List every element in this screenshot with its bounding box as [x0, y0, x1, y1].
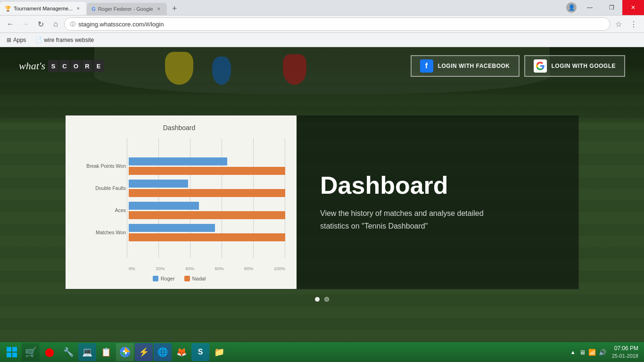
- bar-orange-aces: [129, 211, 285, 219]
- taskbar-sys-icon-3: 🔊: [599, 349, 606, 356]
- taskbar: 🛒 ⬤ 🔧 💻 📋 ⚡ 🌐 🦊 S 📁 ▲ 🖥 📶 🔊 07:06 PM 25-…: [0, 342, 644, 362]
- chart-rows: Break Points Won Double Faults: [73, 138, 285, 264]
- tab-1[interactable]: 🏆 Tournament Manageme... ✕: [0, 2, 86, 15]
- tab1-close[interactable]: ✕: [75, 5, 82, 12]
- svg-rect-1: [12, 347, 17, 352]
- row-label-matches: Matches Won: [73, 230, 126, 235]
- bookmark-star-button[interactable]: ☆: [612, 17, 625, 31]
- x-label-100: 100%: [274, 266, 285, 271]
- bar-blue-aces: [129, 202, 199, 210]
- tabs-bar: 🏆 Tournament Manageme... ✕ G Roger Feder…: [0, 0, 644, 15]
- chart-title: Dashboard: [73, 124, 285, 132]
- carousel-dots: [315, 297, 329, 302]
- wireframes-bookmark[interactable]: 📄 wire frames website: [33, 36, 96, 44]
- apps-bookmark[interactable]: ⊞ Apps: [5, 36, 28, 44]
- taskbar-app-7[interactable]: ⚡: [135, 343, 153, 361]
- legend-nadal-swatch: [184, 276, 190, 281]
- tab1-favicon: 🏆: [5, 6, 11, 12]
- taskbar-app-3[interactable]: 🔧: [59, 343, 77, 361]
- logo-c: C: [59, 60, 70, 72]
- apps-grid-icon: ⊞: [7, 37, 11, 43]
- x-axis-labels: 0% 20% 40% 60% 80% 100%: [73, 266, 285, 271]
- back-button[interactable]: ←: [4, 17, 17, 31]
- bookmark-bar: ⊞ Apps 📄 wire frames website: [0, 33, 644, 47]
- address-text: staging.whatsscore.com/#/login: [78, 21, 164, 28]
- x-label-80: 80%: [244, 266, 253, 271]
- row-label-faults: Double Faults: [73, 185, 126, 191]
- address-bar[interactable]: ⓘ staging.whatsscore.com/#/login: [64, 17, 610, 31]
- chart-row-double-faults: Double Faults: [73, 180, 285, 197]
- chart-row-aces: Aces: [73, 202, 285, 219]
- bars-faults: [129, 180, 285, 197]
- taskbar-app-1[interactable]: 🛒: [22, 343, 40, 361]
- bar-orange-matches: [129, 233, 285, 241]
- browser-menu-button[interactable]: ⋮: [627, 17, 640, 31]
- carousel-card: Dashboard: [65, 115, 579, 289]
- wireframes-icon: 📄: [35, 37, 42, 43]
- logo-whats: what's: [19, 60, 45, 72]
- logo-score-box: S C O R E: [48, 60, 104, 72]
- bars-matches: [129, 224, 285, 241]
- apps-label: Apps: [13, 37, 26, 43]
- site-header: what's S C O R E f LOGIN WITH FACEBOOK L…: [0, 47, 644, 85]
- taskbar-clock: 07:06 PM 25-01-2018: [609, 345, 641, 360]
- carousel-dot-1[interactable]: [315, 297, 320, 302]
- taskbar-app-9[interactable]: 🦊: [173, 343, 190, 361]
- chart-row-break-points: Break Points Won: [73, 157, 285, 175]
- row-label-aces: Aces: [73, 207, 126, 213]
- bar-chart-container: Break Points Won Double Faults: [73, 138, 285, 271]
- taskbar-time: 07:06 PM: [612, 345, 638, 353]
- tab2-close[interactable]: ✕: [156, 6, 162, 12]
- tab2-title: Roger Federer - Google: [98, 6, 153, 12]
- site-logo: what's S C O R E: [19, 60, 104, 72]
- logo-s: S: [48, 60, 58, 72]
- bar-orange-break: [129, 167, 285, 175]
- taskbar-app-chrome[interactable]: [116, 343, 134, 361]
- slide-description: View the history of matches and analyse …: [320, 207, 499, 232]
- minimize-button[interactable]: —: [579, 0, 601, 15]
- login-google-button[interactable]: LOGIN WITH GOOGLE: [524, 55, 626, 77]
- page-content: what's S C O R E f LOGIN WITH FACEBOOK L…: [0, 47, 644, 342]
- taskbar-app-files[interactable]: 📁: [210, 343, 228, 361]
- info-panel: Dashboard View the history of matches an…: [297, 115, 578, 289]
- tab-2[interactable]: G Roger Federer - Google ✕: [87, 3, 167, 15]
- x-label-0: 0%: [129, 266, 135, 271]
- taskbar-up-arrow[interactable]: ▲: [570, 348, 577, 356]
- login-facebook-label: LOGIN WITH FACEBOOK: [438, 63, 510, 69]
- home-button[interactable]: ⌂: [49, 17, 62, 31]
- tab1-title: Tournament Manageme...: [14, 6, 73, 11]
- address-icon: ⓘ: [70, 21, 75, 28]
- x-label-60: 60%: [215, 266, 224, 271]
- new-tab-button[interactable]: +: [168, 2, 181, 15]
- address-bar-row: ← → ↻ ⌂ ⓘ staging.whatsscore.com/#/login…: [0, 15, 644, 33]
- maximize-button[interactable]: ❐: [601, 0, 622, 15]
- svg-rect-2: [7, 353, 11, 357]
- x-label-20: 20%: [156, 266, 165, 271]
- login-facebook-button[interactable]: f LOGIN WITH FACEBOOK: [411, 55, 520, 77]
- taskbar-app-5[interactable]: 📋: [97, 343, 115, 361]
- taskbar-date: 25-01-2018: [612, 353, 638, 360]
- start-button[interactable]: [3, 343, 21, 361]
- legend-nadal-label: Nadal: [192, 276, 206, 281]
- legend-roger-swatch: [153, 276, 158, 281]
- forward-button[interactable]: →: [19, 17, 32, 31]
- close-button[interactable]: ✕: [622, 0, 644, 15]
- browser-window: 🏆 Tournament Manageme... ✕ G Roger Feder…: [0, 0, 644, 47]
- taskbar-app-4[interactable]: 💻: [78, 343, 96, 361]
- login-buttons: f LOGIN WITH FACEBOOK LOGIN WITH GOOGLE: [411, 55, 625, 77]
- bar-orange-faults: [129, 189, 285, 197]
- taskbar-app-2[interactable]: ⬤: [41, 343, 58, 361]
- profile-button[interactable]: 👤: [564, 0, 579, 15]
- taskbar-sys-icon-2: 📶: [588, 349, 596, 356]
- reload-button[interactable]: ↻: [34, 17, 47, 31]
- legend-roger: Roger: [153, 276, 175, 281]
- bars-break: [129, 157, 285, 175]
- carousel-dot-2[interactable]: [324, 297, 329, 302]
- taskbar-app-8[interactable]: 🌐: [154, 343, 172, 361]
- bars-aces: [129, 202, 285, 219]
- taskbar-app-skype[interactable]: S: [191, 343, 209, 361]
- bar-blue-matches: [129, 224, 215, 232]
- row-label-break: Break Points Won: [73, 163, 126, 169]
- logo-e: E: [93, 60, 104, 72]
- wireframes-label: wire frames website: [44, 37, 94, 43]
